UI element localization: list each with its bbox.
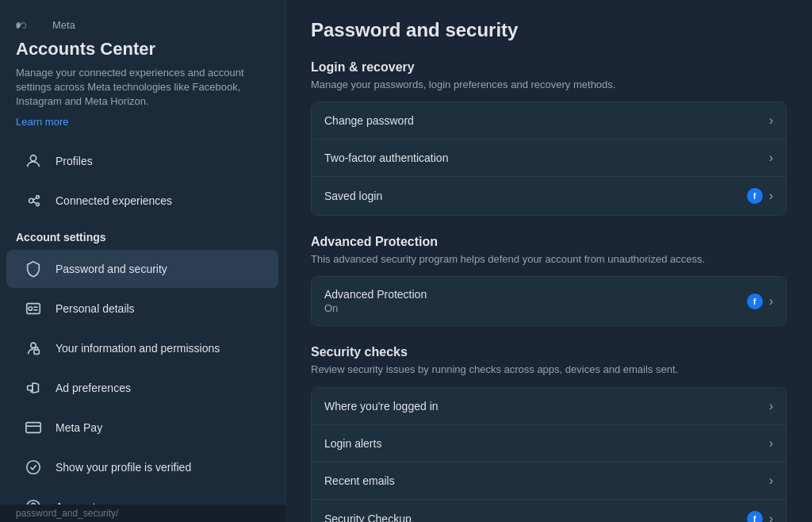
id-card-icon [22,297,44,320]
chevron-right-icon-6: › [769,436,773,451]
meta-logo: Meta [0,13,285,34]
sidebar-item-personal-label: Personal details [56,302,135,315]
advanced-protection-item[interactable]: Advanced Protection On f › [312,277,786,325]
svg-point-7 [29,306,33,310]
sidebar-item-connected-experiences[interactable]: Connected experiences [6,182,278,220]
svg-rect-13 [26,422,40,432]
sidebar-item-password-security[interactable]: Password and security [6,250,278,288]
svg-rect-11 [34,349,39,354]
svg-point-2 [36,195,40,198]
chevron-right-icon: › [769,113,773,128]
sidebar-item-info-label: Your information and permissions [56,342,220,355]
security-checkup-label: Security Checkup [324,512,412,522]
svg-point-15 [27,460,40,474]
login-alerts-label: Login alerts [324,437,381,450]
sidebar-item-verified[interactable]: Show your profile is verified [6,448,278,486]
sidebar-item-connected-label: Connected experiences [56,194,172,207]
login-recovery-section: Login & recovery Manage your passwords, … [311,60,787,216]
sidebar-item-personal-details[interactable]: Personal details [6,290,278,328]
meta-logo-text: Meta [52,19,75,31]
megaphone-icon [22,377,44,399]
svg-point-0 [30,155,36,160]
sidebar: Meta Accounts Center Manage your connect… [0,0,285,522]
login-recovery-subtext: Manage your passwords, login preferences… [311,78,787,92]
login-alerts-item[interactable]: Login alerts › [312,425,786,463]
security-checkup-item[interactable]: Security Checkup f › [312,500,786,522]
login-recovery-group: Change password › Two-factor authenticat… [311,102,787,216]
change-password-item[interactable]: Change password › [312,102,786,140]
security-checks-heading: Security checks [311,345,787,359]
facebook-icon-3: f [747,511,763,522]
advanced-protection-subtext: This advanced security program helps def… [311,252,787,267]
sidebar-item-profiles[interactable]: Profiles [6,142,278,180]
chevron-right-icon-2: › [769,151,773,165]
svg-point-3 [36,202,40,205]
security-checks-subtext: Review security issues by running checks… [311,363,787,377]
two-factor-item[interactable]: Two-factor authentication › [312,140,786,177]
where-logged-label: Where you're logged in [324,400,439,413]
recent-emails-item[interactable]: Recent emails › [312,463,786,500]
facebook-icon-2: f [747,294,763,309]
page-title: Password and security [311,19,787,41]
connected-icon [22,190,44,212]
status-bar: password_and_security/ [0,505,285,522]
sidebar-item-password-label: Password and security [56,263,167,275]
login-recovery-heading: Login & recovery [311,60,787,75]
svg-rect-12 [28,386,33,390]
svg-line-5 [33,202,36,203]
sidebar-item-meta-pay-label: Meta Pay [56,421,102,434]
main-content: Password and security Login & recovery M… [285,0,812,522]
sidebar-description: Manage your connected experiences and ac… [0,66,285,113]
info-lock-icon [22,337,44,359]
saved-login-label: Saved login [324,190,382,202]
verified-icon [22,456,44,478]
chevron-right-icon-4: › [769,294,773,309]
two-factor-label: Two-factor authentication [324,152,448,164]
adv-protection-sublabel: On [324,302,427,314]
change-password-label: Change password [324,114,414,127]
saved-login-item[interactable]: Saved login f › [312,177,786,215]
where-logged-in-item[interactable]: Where you're logged in › [312,388,786,425]
sidebar-item-ad-label: Ad preferences [56,382,131,394]
card-icon [22,416,44,439]
advanced-protection-group: Advanced Protection On f › [311,276,787,326]
recent-emails-label: Recent emails [324,474,395,487]
svg-line-4 [33,198,36,199]
advanced-protection-section: Advanced Protection This advanced securi… [311,235,787,326]
adv-protection-label: Advanced Protection [324,288,427,301]
advanced-protection-heading: Advanced Protection [311,235,787,249]
svg-point-1 [29,198,34,203]
sidebar-item-info-permissions[interactable]: Your information and permissions [6,329,278,367]
account-settings-label: Account settings [0,221,285,248]
sidebar-item-verified-label: Show your profile is verified [56,461,191,474]
security-checks-section: Security checks Review security issues b… [311,345,787,522]
sidebar-item-meta-pay[interactable]: Meta Pay [6,409,278,447]
sidebar-item-profiles-label: Profiles [56,155,93,167]
chevron-right-icon-7: › [769,474,773,488]
learn-more-link[interactable]: Learn more [0,113,285,140]
security-checks-group: Where you're logged in › Login alerts › … [311,387,787,522]
person-icon [22,150,44,172]
chevron-right-icon-8: › [769,512,773,522]
shield-icon [22,258,44,280]
sidebar-item-ad-preferences[interactable]: Ad preferences [6,369,278,407]
facebook-icon: f [747,188,763,204]
sidebar-title: Accounts Center [0,34,285,66]
chevron-right-icon-3: › [769,189,773,203]
chevron-right-icon-5: › [769,399,773,413]
